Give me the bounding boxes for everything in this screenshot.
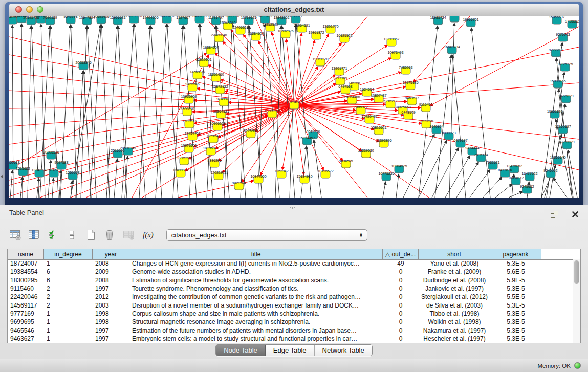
column-header-year[interactable]: year <box>93 249 129 259</box>
graph-node-label: 18602926 <box>277 29 293 33</box>
graph-edge[interactable] <box>545 135 562 198</box>
table-selector-value: citations_edges.txt <box>171 231 227 239</box>
show-columns-icon[interactable] <box>27 228 40 242</box>
row-options-icon[interactable] <box>65 228 78 242</box>
column-header-title[interactable]: title <box>129 249 383 259</box>
graph-edge[interactable] <box>118 26 127 198</box>
graph-edge[interactable] <box>452 55 466 198</box>
graph-node-label: 9245052 <box>543 169 557 172</box>
graph-edge[interactable] <box>114 159 117 198</box>
graph-edge[interactable] <box>294 105 579 170</box>
memory-ok-indicator <box>574 362 581 369</box>
window-zoom-button[interactable] <box>37 6 43 13</box>
graph-edge[interactable] <box>445 156 470 198</box>
graph-edge[interactable] <box>9 105 294 144</box>
window-titlebar[interactable]: citations_edges.txt <box>9 4 579 16</box>
graph-edge[interactable] <box>122 24 134 198</box>
graph-edge[interactable] <box>314 140 321 198</box>
table-row[interactable]: 1872400712008Changes of HCN gene express… <box>8 259 573 268</box>
graph-edge[interactable] <box>151 26 162 198</box>
tab-network-table[interactable]: Network Table <box>315 345 372 356</box>
tab-node-table[interactable]: Node Table <box>216 345 266 356</box>
graph-edge[interactable] <box>9 53 207 170</box>
graph-node[interactable] <box>450 16 459 22</box>
select-rows-icon[interactable] <box>46 228 59 242</box>
graph-edge[interactable] <box>48 160 51 198</box>
graph-edge[interactable] <box>301 146 307 198</box>
table-row[interactable]: 1456911722003Disruption of a novel membe… <box>8 301 573 309</box>
table-scrollbar[interactable] <box>573 259 580 343</box>
window-close-button[interactable] <box>15 6 22 13</box>
scrollbar-thumb[interactable] <box>574 260 579 284</box>
graph-edge[interactable] <box>135 24 145 198</box>
table-panel: Table Panel <box>0 205 588 359</box>
graph-node-label: 9465546 <box>185 82 199 86</box>
graph-edge[interactable] <box>553 178 567 198</box>
column-header-out_de[interactable]: △ out_de... <box>383 249 419 259</box>
window-minimize-button[interactable] <box>26 6 33 13</box>
table-row[interactable]: 2242004622012Investigating the contribut… <box>8 293 573 301</box>
import-table-icon[interactable] <box>8 228 21 242</box>
graph-node-label: 15134457 <box>299 136 315 140</box>
graph-node-label: 20531345 <box>120 146 136 150</box>
graph-node-label: 10973501 <box>181 144 197 147</box>
graph-edge[interactable] <box>233 24 246 198</box>
cell-title: Changes of HCN gene expression and I(f) … <box>129 260 383 267</box>
delete-icon[interactable] <box>103 228 116 242</box>
graph-node-label: 10364531 <box>213 110 229 113</box>
column-header-in_degree[interactable]: in_degree <box>44 249 93 259</box>
graph-node-label: 11252540 <box>263 23 278 26</box>
graph-node-label: 1215682 <box>16 167 30 170</box>
table-row[interactable]: 977716911998Corpus callosum shape and si… <box>8 310 573 318</box>
cell-pagerank: 5.5E-5 <box>490 293 541 300</box>
cell-year: 1998 <box>93 318 129 325</box>
graph-node-label: 16671072 <box>257 16 273 18</box>
graph-edge[interactable] <box>509 191 523 198</box>
table-row[interactable]: 1938455462009Genome-wide association stu… <box>8 268 573 276</box>
graph-edge[interactable] <box>495 184 512 198</box>
graph-edge[interactable] <box>139 26 150 198</box>
column-header-pagerank[interactable]: pagerank <box>490 249 541 259</box>
table-row[interactable]: 946554611997Estimation of the future num… <box>8 326 573 334</box>
graph-node-label: 6443579 <box>401 111 415 114</box>
collapse-panel-arrow[interactable] <box>1 174 3 179</box>
graph-edge[interactable] <box>413 16 470 82</box>
graph-node-label: 10651130 <box>547 110 563 113</box>
column-header-name[interactable]: name <box>8 249 44 259</box>
graph-edge[interactable] <box>396 174 399 198</box>
graph-edge[interactable] <box>383 182 385 198</box>
cell-name: 18724007 <box>8 260 44 267</box>
graph-edge[interactable] <box>471 28 490 198</box>
graph-edge[interactable] <box>432 148 459 198</box>
window-title: citations_edges.txt <box>9 4 579 16</box>
splitter-grip[interactable] <box>290 207 291 208</box>
graph-edge[interactable] <box>10 170 12 198</box>
column-header-short[interactable]: short <box>419 249 490 259</box>
graph-edge[interactable] <box>294 105 367 198</box>
table-row[interactable]: 946362711997Embryonic stem cells: a mode… <box>8 335 573 343</box>
graph-edge[interactable] <box>9 37 294 105</box>
function-builder-icon[interactable]: f(x) <box>143 231 154 239</box>
cell-out_de: 0 <box>383 335 419 342</box>
network-view-window[interactable]: citations_edges.txt 18724007180458402242… <box>5 2 583 205</box>
tab-edge-table[interactable]: Edge Table <box>266 345 315 356</box>
cell-name: 9465546 <box>8 327 44 334</box>
cell-out_de: 0 <box>383 318 419 325</box>
memory-status-label: Memory: OK <box>537 363 571 369</box>
graph-edge[interactable] <box>28 26 31 198</box>
cell-year: 1997 <box>93 335 129 342</box>
graph-edge[interactable] <box>156 24 166 198</box>
table-row[interactable]: 911546021997Tourette syndrome. Phenomeno… <box>8 285 573 293</box>
float-panel-icon[interactable] <box>548 208 561 221</box>
close-panel-icon[interactable] <box>569 208 582 221</box>
graph-node-label: 1514513 <box>47 168 60 172</box>
graph-edge[interactable] <box>456 162 478 198</box>
graph-edge[interactable] <box>403 134 434 198</box>
graph-edge[interactable] <box>419 140 447 198</box>
network-canvas[interactable]: 1872400718045840224200461938455412610651… <box>9 16 579 198</box>
table-row[interactable]: 969969511998Structural magnetic resonanc… <box>8 318 573 326</box>
new-file-icon[interactable] <box>84 228 97 242</box>
table-selector[interactable]: citations_edges.txt ▲▼ <box>166 229 367 241</box>
graph-edge[interactable] <box>52 178 53 198</box>
table-row[interactable]: 1830029562008Estimation of significance … <box>8 276 573 285</box>
